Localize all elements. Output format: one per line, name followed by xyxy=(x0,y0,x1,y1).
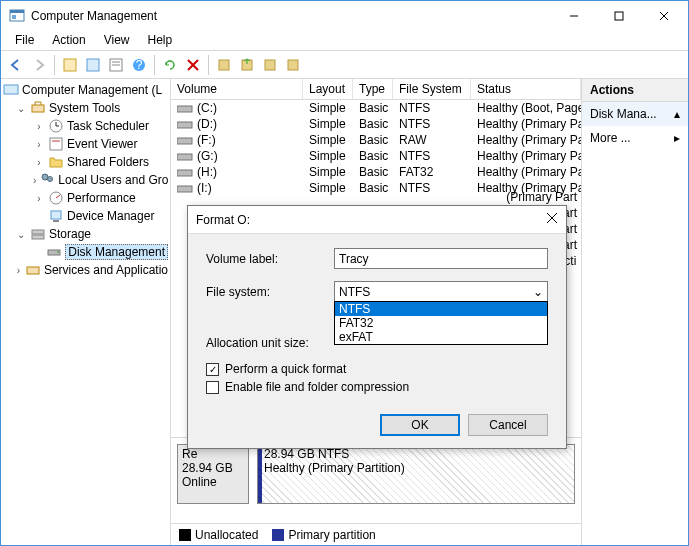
expand-icon[interactable]: › xyxy=(33,157,45,168)
dialog-titlebar[interactable]: Format O: xyxy=(188,206,566,234)
volume-label-input[interactable] xyxy=(334,248,548,269)
actions-more[interactable]: More ...▸ xyxy=(582,126,688,150)
fs-option-fat32[interactable]: FAT32 xyxy=(335,316,547,330)
tree-storage[interactable]: ⌄Storage xyxy=(1,225,170,243)
tree-shared-folders[interactable]: ›Shared Folders xyxy=(1,153,170,171)
partition-state: Healthy (Primary Partition) xyxy=(264,461,568,475)
tool-button-1[interactable] xyxy=(213,54,235,76)
svg-rect-16 xyxy=(219,60,229,70)
svg-rect-7 xyxy=(64,59,76,71)
back-button[interactable] xyxy=(5,54,27,76)
svg-rect-21 xyxy=(32,105,44,112)
table-row[interactable]: (F:)SimpleBasicRAWHealthy (Primary Part xyxy=(171,132,581,148)
col-type[interactable]: Type xyxy=(353,79,393,99)
table-row[interactable]: (C:)SimpleBasicNTFSHealthy (Boot, Page F xyxy=(171,100,581,116)
col-filesystem[interactable]: File System xyxy=(393,79,471,99)
partition-box[interactable]: 28.94 GB NTFS Healthy (Primary Partition… xyxy=(257,444,575,504)
svg-point-36 xyxy=(57,251,59,253)
nav-tree[interactable]: Computer Management (L ⌄ System Tools ›T… xyxy=(1,79,171,545)
services-icon xyxy=(25,262,41,278)
actions-disk-management[interactable]: Disk Mana...▴ xyxy=(582,102,688,126)
tree-system-tools[interactable]: ⌄ System Tools xyxy=(1,99,170,117)
svg-rect-31 xyxy=(51,211,61,219)
disk-info-box[interactable]: Re 28.94 GB Online xyxy=(177,444,249,504)
svg-rect-33 xyxy=(32,230,44,234)
perf-icon xyxy=(48,190,64,206)
tree-performance[interactable]: ›Performance xyxy=(1,189,170,207)
computer-icon xyxy=(3,82,19,98)
refresh-button[interactable] xyxy=(159,54,181,76)
chevron-right-icon: ▸ xyxy=(674,131,680,145)
quick-format-checkbox[interactable]: ✓ Perform a quick format xyxy=(206,362,548,376)
fs-option-exfat[interactable]: exFAT xyxy=(335,330,547,344)
filesystem-select[interactable]: NTFS ⌄ xyxy=(334,281,548,302)
svg-point-28 xyxy=(48,177,53,182)
close-button[interactable] xyxy=(641,2,686,31)
ok-button[interactable]: OK xyxy=(380,414,460,436)
tree-device-manager[interactable]: Device Manager xyxy=(1,207,170,225)
tree-disk-management[interactable]: Disk Management xyxy=(1,243,170,261)
window-title: Computer Management xyxy=(31,9,551,23)
menu-action[interactable]: Action xyxy=(44,31,93,50)
compression-checkbox[interactable]: Enable file and folder compression xyxy=(206,380,548,394)
forward-button[interactable] xyxy=(28,54,50,76)
help-button[interactable]: ? xyxy=(128,54,150,76)
partition-size: 28.94 GB NTFS xyxy=(264,447,568,461)
svg-rect-2 xyxy=(12,15,16,19)
expand-icon[interactable]: › xyxy=(33,139,45,150)
tree-task-scheduler[interactable]: ›Task Scheduler xyxy=(1,117,170,135)
legend-primary: Primary partition xyxy=(272,528,375,542)
table-row[interactable]: (G:)SimpleBasicNTFSHealthy (Primary Part xyxy=(171,148,581,164)
menu-help[interactable]: Help xyxy=(140,31,181,50)
disk-state: Online xyxy=(182,475,244,489)
collapse-icon[interactable]: ⌄ xyxy=(15,103,27,114)
table-row[interactable]: (D:)SimpleBasicNTFSHealthy (Primary Part xyxy=(171,116,581,132)
svg-rect-25 xyxy=(50,138,62,150)
checkbox-unchecked-icon xyxy=(206,381,219,394)
graphical-view[interactable]: Re 28.94 GB Online 28.94 GB NTFS Healthy… xyxy=(171,437,581,523)
app-icon xyxy=(9,8,25,24)
tree-event-viewer[interactable]: ›Event Viewer xyxy=(1,135,170,153)
view-button[interactable] xyxy=(82,54,104,76)
title-bar: Computer Management xyxy=(1,1,688,31)
tool-button-3[interactable] xyxy=(259,54,281,76)
delete-button[interactable] xyxy=(182,54,204,76)
svg-rect-1 xyxy=(10,10,24,13)
tree-services[interactable]: ›Services and Applicatio xyxy=(1,261,170,279)
collapse-icon[interactable]: ⌄ xyxy=(15,229,27,240)
expand-icon[interactable]: › xyxy=(33,121,45,132)
expand-icon[interactable]: › xyxy=(33,175,36,186)
tree-local-users[interactable]: ›Local Users and Gro xyxy=(1,171,170,189)
table-row[interactable]: (H:)SimpleBasicFAT32Healthy (Primary Par… xyxy=(171,164,581,180)
expand-icon[interactable]: › xyxy=(15,265,22,276)
maximize-button[interactable] xyxy=(596,2,641,31)
collapse-icon: ▴ xyxy=(674,107,680,121)
legend: Unallocated Primary partition xyxy=(171,523,581,545)
expand-icon[interactable]: › xyxy=(33,193,45,204)
svg-rect-41 xyxy=(177,154,192,160)
tool-button-2[interactable] xyxy=(236,54,258,76)
properties-button[interactable] xyxy=(105,54,127,76)
minimize-button[interactable] xyxy=(551,2,596,31)
svg-rect-42 xyxy=(177,170,192,176)
tool-button-4[interactable] xyxy=(282,54,304,76)
checkbox-checked-icon: ✓ xyxy=(206,363,219,376)
svg-rect-19 xyxy=(288,60,298,70)
filesystem-dropdown[interactable]: NTFS FAT32 exFAT xyxy=(334,301,548,345)
menu-view[interactable]: View xyxy=(96,31,138,50)
up-button[interactable] xyxy=(59,54,81,76)
col-layout[interactable]: Layout xyxy=(303,79,353,99)
fs-option-ntfs[interactable]: NTFS xyxy=(335,302,547,316)
list-header[interactable]: Volume Layout Type File System Status xyxy=(171,79,581,100)
tree-root[interactable]: Computer Management (L xyxy=(1,81,170,99)
dialog-close-button[interactable] xyxy=(546,212,558,227)
svg-rect-38 xyxy=(177,106,192,112)
actions-pane: Actions Disk Mana...▴ More ...▸ xyxy=(582,79,688,545)
menu-file[interactable]: File xyxy=(7,31,42,50)
cancel-button[interactable]: Cancel xyxy=(468,414,548,436)
event-icon xyxy=(48,136,64,152)
col-volume[interactable]: Volume xyxy=(171,79,303,99)
dialog-title: Format O: xyxy=(196,213,250,227)
col-status[interactable]: Status xyxy=(471,79,581,99)
svg-rect-18 xyxy=(265,60,275,70)
